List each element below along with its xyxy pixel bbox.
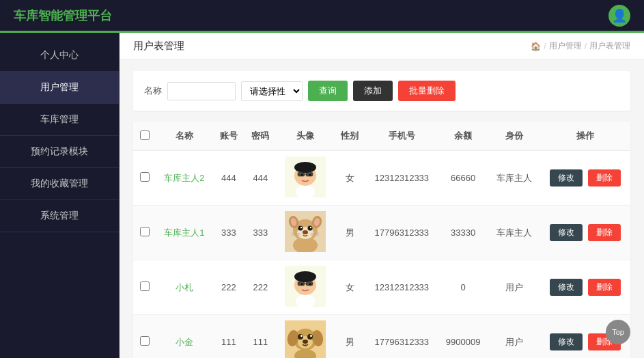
row-checkbox-cell — [133, 260, 156, 315]
row-balance: 9900009 — [438, 315, 488, 359]
col-role: 身份 — [488, 122, 540, 151]
filter-name-input[interactable] — [167, 82, 236, 100]
table-header-row: 名称 账号 密码 头像 性别 手机号 余额 身份 操作 — [133, 122, 630, 151]
row-name: 小金 — [156, 315, 212, 359]
filter-bar: 名称 请选择性 男 女 查询 添加 批量删除 — [133, 71, 630, 111]
row-role: 车库主人 — [488, 151, 540, 206]
row-phone: 12312312333 — [365, 260, 438, 315]
row-checkbox[interactable] — [140, 281, 150, 291]
row-account: 444 — [213, 151, 245, 206]
edit-button[interactable]: 修改 — [550, 333, 583, 350]
row-balance: 0 — [438, 260, 488, 315]
edit-button[interactable]: 修改 — [550, 169, 583, 187]
row-password: 222 — [244, 260, 277, 315]
row-checkbox-cell — [133, 315, 156, 359]
row-checkbox-cell — [133, 206, 156, 260]
user-table: 名称 账号 密码 头像 性别 手机号 余额 身份 操作 — [133, 122, 630, 358]
main-content: 用户表管理 🏠 / 用户管理 / 用户表管理 名称 请选择性 男 女 查询 — [120, 33, 644, 358]
row-avatar — [277, 151, 334, 206]
row-balance: 66660 — [438, 151, 488, 206]
row-role: 车库主人 — [488, 206, 540, 260]
row-phone: 12312312333 — [365, 151, 438, 206]
row-role: 用户 — [488, 260, 540, 315]
svg-point-22 — [310, 227, 311, 228]
breadcrumb-level1: 用户管理 — [549, 40, 582, 52]
scroll-to-top-button[interactable]: Top — [606, 320, 630, 344]
col-avatar: 头像 — [277, 122, 334, 151]
edit-button[interactable]: 修改 — [550, 279, 583, 296]
row-checkbox[interactable] — [140, 227, 150, 236]
row-gender: 女 — [334, 260, 366, 315]
row-avatar — [277, 206, 334, 260]
col-password: 密码 — [244, 122, 277, 151]
edit-button[interactable]: 修改 — [550, 224, 583, 241]
filter-gender-select[interactable]: 请选择性 男 女 — [241, 81, 303, 101]
sidebar-item-system-management[interactable]: 系统管理 — [0, 200, 119, 232]
row-name: 小札 — [156, 260, 212, 315]
row-gender: 女 — [334, 151, 366, 206]
col-gender: 性别 — [334, 122, 366, 151]
svg-rect-9 — [306, 172, 313, 176]
row-actions: 修改 删除 — [540, 151, 630, 206]
page-title: 用户表管理 — [133, 40, 184, 53]
search-button[interactable]: 查询 — [308, 81, 348, 101]
breadcrumb: 🏠 / 用户管理 / 用户表管理 — [531, 40, 630, 52]
row-balance: 33330 — [438, 206, 488, 260]
col-account: 账号 — [213, 122, 245, 151]
content-area: 名称 请选择性 男 女 查询 添加 批量删除 名称 — [120, 60, 644, 358]
row-phone: 17796312333 — [365, 206, 438, 260]
col-phone: 手机号 — [365, 122, 438, 151]
svg-point-31 — [294, 271, 316, 282]
row-avatar — [277, 260, 334, 315]
row-gender: 男 — [334, 206, 366, 260]
breadcrumb-home-icon: 🏠 — [531, 42, 541, 51]
sidebar-item-user-management[interactable]: 用户管理 — [0, 72, 119, 104]
col-checkbox — [133, 122, 156, 151]
svg-point-49 — [303, 340, 308, 344]
select-all-checkbox[interactable] — [140, 130, 150, 140]
delete-button[interactable]: 删除 — [588, 279, 621, 296]
table-row: 小札 222 222 — [133, 260, 630, 315]
sidebar-item-personal-center[interactable]: 个人中心 — [0, 40, 119, 72]
row-name: 车库主人2 — [156, 151, 212, 206]
user-table-wrapper: 名称 账号 密码 头像 性别 手机号 余额 身份 操作 — [133, 122, 630, 358]
sidebar-item-my-favorites[interactable]: 我的收藏管理 — [0, 168, 119, 200]
page-header: 用户表管理 🏠 / 用户管理 / 用户表管理 — [120, 33, 644, 60]
svg-point-3 — [294, 162, 316, 173]
batch-delete-button[interactable]: 批量删除 — [398, 81, 456, 101]
svg-point-47 — [300, 335, 303, 337]
add-button[interactable]: 添加 — [353, 81, 393, 101]
table-row: 车库主人2 444 444 — [133, 151, 630, 206]
table-row: 车库主人1 333 333 — [133, 206, 630, 260]
delete-button[interactable]: 删除 — [588, 224, 621, 241]
row-checkbox[interactable] — [140, 336, 150, 346]
row-account: 222 — [213, 260, 245, 315]
app-title: 车库智能管理平台 — [14, 8, 112, 24]
row-password: 333 — [244, 206, 277, 260]
row-checkbox[interactable] — [140, 172, 150, 182]
main-layout: 个人中心 用户管理 车库管理 预约记录模块 我的收藏管理 系统管理 用户表管理 … — [0, 33, 644, 358]
breadcrumb-level2: 用户表管理 — [589, 40, 630, 52]
row-avatar — [277, 315, 334, 359]
row-role: 用户 — [488, 315, 540, 359]
row-actions: 修改 删除 — [540, 206, 630, 260]
row-gender: 男 — [334, 315, 366, 359]
delete-button[interactable]: 删除 — [588, 169, 621, 187]
sidebar-item-reservation-records[interactable]: 预约记录模块 — [0, 136, 119, 168]
svg-point-20 — [307, 226, 312, 231]
row-password: 444 — [244, 151, 277, 206]
sidebar-item-garage-management[interactable]: 车库管理 — [0, 104, 119, 136]
app-header: 车库智能管理平台 👤 — [0, 0, 644, 33]
row-account: 333 — [213, 206, 245, 260]
svg-rect-37 — [306, 281, 313, 286]
svg-point-19 — [298, 226, 303, 231]
svg-point-48 — [310, 335, 312, 337]
svg-point-23 — [303, 230, 308, 234]
table-row: 小金 111 111 — [133, 315, 630, 359]
row-phone: 17796312333 — [365, 315, 438, 359]
col-balance: 余额 — [438, 122, 488, 151]
col-actions: 操作 — [540, 122, 630, 151]
breadcrumb-sep1: / — [544, 42, 546, 51]
user-avatar[interactable]: 👤 — [608, 5, 630, 27]
sidebar: 个人中心 用户管理 车库管理 预约记录模块 我的收藏管理 系统管理 — [0, 33, 120, 358]
